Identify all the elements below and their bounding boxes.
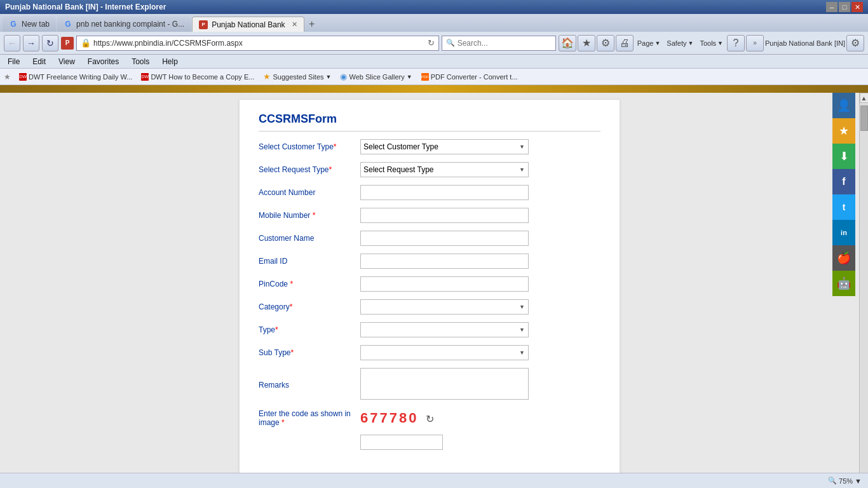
page-dropdown-arrow: ▼ <box>654 40 660 46</box>
suggested-arrow: ▼ <box>326 74 332 80</box>
gold-banner <box>0 85 868 93</box>
captcha-label: Enter the code as shown in image * <box>259 409 360 427</box>
favorites-button[interactable]: ★ <box>578 35 595 51</box>
ie-settings-button[interactable]: ⚙ <box>846 35 864 51</box>
home-button[interactable]: 🏠 <box>559 35 576 51</box>
type-required: * <box>275 325 278 334</box>
site-favicon: P <box>61 37 74 50</box>
safety-menu[interactable]: Safety ▼ <box>664 38 696 48</box>
customer-name-label: Customer Name <box>259 234 360 243</box>
zoom-level: 75% <box>839 477 853 485</box>
more-button[interactable]: » <box>746 35 764 51</box>
tab-newtab[interactable]: G New tab <box>3 17 56 32</box>
customer-type-select[interactable]: Select Customer Type Individual Corporat… <box>360 139 529 154</box>
mobile-required: * <box>313 211 316 220</box>
safety-dropdown-arrow: ▼ <box>688 40 694 46</box>
fav-item-pdf[interactable]: PDF PDF Converter - Convert t... <box>418 72 521 82</box>
scroll-thumb[interactable] <box>860 105 868 131</box>
sub-type-select[interactable] <box>360 345 529 360</box>
type-select[interactable] <box>360 322 529 337</box>
url-bar[interactable]: 🔒 https://www.pnbindia.in/CCSRMSForm.asp… <box>76 36 439 51</box>
fav-item-copy[interactable]: DW DWT How to Become a Copy E... <box>138 72 257 82</box>
captcha-refresh-button[interactable]: ↻ <box>426 413 434 425</box>
mobile-number-input[interactable] <box>360 208 529 223</box>
tools-button[interactable]: ⚙ <box>597 35 614 51</box>
captcha-input[interactable] <box>360 435 443 450</box>
account-number-label: Account Number <box>259 188 360 197</box>
menu-bar: File Edit View Favorites Tools Help <box>0 55 868 69</box>
refresh-button[interactable]: ↻ <box>42 35 58 51</box>
remarks-textarea[interactable] <box>360 368 529 400</box>
back-button[interactable]: ← <box>4 35 20 51</box>
complaint-favicon: G <box>64 20 72 29</box>
account-number-row: Account Number <box>259 185 600 200</box>
fav-label-copy: DWT How to Become a Copy E... <box>151 73 254 81</box>
maximize-button[interactable]: □ <box>839 2 850 12</box>
email-id-control <box>360 254 600 269</box>
social-android-button[interactable]: 🤖 <box>832 271 855 296</box>
menu-view[interactable]: View <box>55 56 79 67</box>
social-twitter-button[interactable]: t <box>832 194 855 220</box>
email-id-input[interactable] <box>360 254 529 269</box>
remarks-control <box>360 368 600 402</box>
customer-type-select-wrapper: Select Customer Type Individual Corporat… <box>360 139 529 154</box>
social-facebook-button[interactable]: f <box>832 169 855 194</box>
search-input[interactable] <box>458 39 553 48</box>
tab-pnb-complaint[interactable]: G pnb net banking complaint - G... <box>57 17 191 32</box>
fav-item-freelance[interactable]: DW DWT Freelance Writing Daily W... <box>16 72 135 82</box>
social-apple-button[interactable]: 🍎 <box>832 245 855 271</box>
menu-edit[interactable]: Edit <box>29 56 50 67</box>
safety-label: Safety <box>667 39 686 47</box>
remarks-row: Remarks <box>259 368 600 402</box>
main-content: CCSRMSForm Select Customer Type* Select … <box>0 93 868 473</box>
search-engine-icon: 🔍 <box>446 39 455 47</box>
social-download-button[interactable]: ⬇ <box>832 144 855 169</box>
request-type-select[interactable]: Select Request Type Complaint Suggestion… <box>360 162 529 177</box>
pincode-input[interactable] <box>360 276 529 292</box>
scroll-up-arrow[interactable]: ▲ <box>860 93 869 103</box>
social-linkedin-button[interactable]: in <box>832 220 855 245</box>
category-required: * <box>290 302 293 311</box>
menu-favorites[interactable]: Favorites <box>84 56 123 67</box>
webslice-arrow: ▼ <box>407 74 412 80</box>
print-button[interactable]: 🖨 <box>616 35 634 51</box>
customer-type-control: Select Customer Type Individual Corporat… <box>360 139 600 154</box>
menu-file[interactable]: File <box>4 56 24 67</box>
email-id-label: Email ID <box>259 257 360 266</box>
close-button[interactable]: ✕ <box>851 2 863 12</box>
tools-menu[interactable]: Tools ▼ <box>697 38 726 48</box>
social-user-button[interactable]: 👤 <box>832 93 855 118</box>
fav-icon-copy: DW <box>141 73 149 81</box>
pincode-label: PinCode * <box>259 280 360 288</box>
tab-complaint-label: pnb net banking complaint - G... <box>76 20 184 29</box>
fav-item-suggested[interactable]: ★ Suggested Sites ▼ <box>260 71 334 83</box>
new-tab-button[interactable]: + <box>304 17 320 32</box>
fav-item-webslice[interactable]: ◉ Web Slice Gallery ▼ <box>337 71 415 83</box>
scrollbar[interactable]: ▲ <box>859 93 868 473</box>
captcha-required: * <box>281 418 285 427</box>
page-area: CCSRMSForm Select Customer Type* Select … <box>0 93 859 473</box>
request-type-label: Select Request Type* <box>259 165 360 174</box>
forward-button[interactable]: → <box>23 35 39 51</box>
captcha-input-control <box>360 435 600 450</box>
minimize-button[interactable]: – <box>826 2 837 12</box>
sub-type-select-wrapper <box>360 345 529 360</box>
customer-name-input[interactable] <box>360 231 529 246</box>
menu-help[interactable]: Help <box>158 56 182 67</box>
customer-type-label: Select Customer Type* <box>259 142 360 151</box>
customer-type-required: * <box>334 142 337 151</box>
title-bar: Punjab National Bank [IN] - Internet Exp… <box>0 0 868 14</box>
social-star-button[interactable]: ★ <box>832 118 855 144</box>
category-select[interactable] <box>360 299 529 315</box>
customer-name-control <box>360 231 600 246</box>
mobile-number-row: Mobile Number * <box>259 208 600 223</box>
page-menu[interactable]: Page ▼ <box>635 38 663 48</box>
tab-close-button[interactable]: ✕ <box>292 20 297 29</box>
help-button[interactable]: ? <box>727 35 745 51</box>
tab-pnb-main[interactable]: P Punjab National Bank ✕ <box>192 17 304 32</box>
fav-label-suggested: Suggested Sites <box>273 73 323 81</box>
sub-type-control <box>360 345 600 360</box>
window-title: Punjab National Bank [IN] - Internet Exp… <box>5 3 166 11</box>
menu-tools[interactable]: Tools <box>128 56 153 67</box>
account-number-input[interactable] <box>360 185 529 200</box>
